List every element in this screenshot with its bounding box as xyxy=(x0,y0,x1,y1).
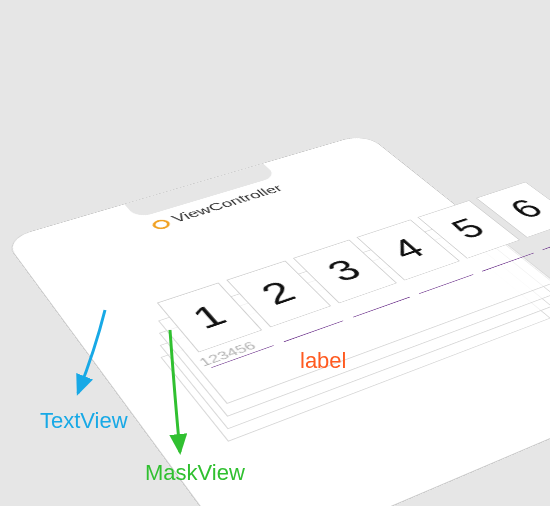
sun-icon xyxy=(150,218,173,231)
phone-frame: ViewController 123456 1 2 3 4 5 6 xyxy=(3,133,550,506)
digit-underline xyxy=(542,232,550,250)
scene-3d: ViewController 123456 1 2 3 4 5 6 xyxy=(0,53,550,506)
layer-stack: 123456 1 2 3 4 5 6 xyxy=(160,251,547,440)
